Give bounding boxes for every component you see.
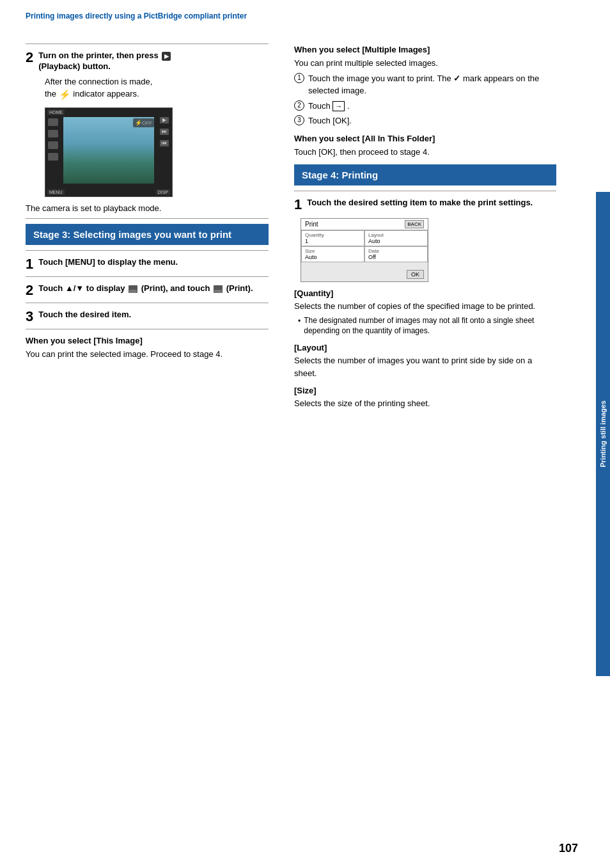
- step-num-2b: 2: [26, 283, 33, 297]
- multiple-item-3: 3 Touch [OK].: [294, 114, 556, 127]
- step-1-left-text: Touch [MENU] to display the menu.: [38, 257, 178, 268]
- step-3-text: Touch the desired item.: [38, 310, 131, 320]
- arrow-box-icon: →: [332, 101, 345, 111]
- multiple-item-1: 1 Touch the image you want to print. The…: [294, 72, 556, 97]
- print-icon-2: [214, 285, 223, 293]
- step-num-3: 3: [26, 310, 33, 324]
- print-icon-1: [129, 285, 137, 293]
- divider-step1: [26, 276, 269, 277]
- step-num-1-left: 1: [26, 257, 33, 271]
- camera-home-label: HOME: [47, 109, 65, 115]
- print-screen-back: BACK: [405, 220, 424, 228]
- camera-icon-4: [48, 153, 58, 161]
- step-num-2: 2: [26, 51, 33, 65]
- step-2-left: 2 Turn on the printer, then press ▶ (Pla…: [26, 51, 269, 72]
- step-2-text: Turn on the printer, then press ▶ (Playb…: [38, 51, 172, 72]
- circle-2: 2: [294, 100, 304, 111]
- camera-disp-label: DISP: [156, 189, 170, 195]
- step2-note: After the connection is made, the ⚡ indi…: [45, 76, 269, 101]
- print-cell-layout: Layout Auto: [364, 230, 428, 246]
- left-column: 2 Turn on the printer, then press ▶ (Pla…: [0, 0, 281, 868]
- camera-caption: The camera is set to playback mode.: [26, 203, 269, 213]
- print-cell-quantity: Quantity 1: [301, 230, 364, 246]
- print-cell-size: Size Auto: [301, 246, 364, 262]
- multiple-item-1-text: Touch the image you want to print. The ✓…: [308, 72, 556, 97]
- size-text: Selects the size of the printing sheet.: [294, 397, 556, 410]
- circle-1: 1: [294, 73, 304, 83]
- camera-arrow-back: ⏮: [160, 140, 169, 146]
- multiple-item-2: 2 Touch → .: [294, 100, 556, 113]
- when-folder-heading: When you select [All In This Folder]: [294, 134, 556, 143]
- camera-icon-3: [48, 141, 58, 149]
- camera-indicator-overlay: ⚡OFF: [133, 118, 154, 127]
- print-settings-screen: Print BACK Quantity 1 Layout Auto Size A…: [301, 218, 428, 282]
- step-3-left: 3 Touch the desired item.: [26, 310, 269, 324]
- when-multiple-heading: When you select [Multiple Images]: [294, 45, 556, 54]
- quantity-text: Selects the number of copies of the spec…: [294, 300, 556, 313]
- step-2b-left: 2 Touch ▲/▼ to display (Print), and touc…: [26, 283, 269, 297]
- size-heading: [Size]: [294, 386, 556, 395]
- step-num-1-right: 1: [294, 198, 302, 212]
- layout-text: Selects the number of images you want to…: [294, 354, 556, 379]
- check-mark-icon: ✓: [453, 74, 460, 83]
- divider-step3: [26, 329, 269, 329]
- print-screen-body: Quantity 1 Layout Auto Size Auto Date Of…: [301, 230, 428, 262]
- layout-heading: [Layout]: [294, 343, 556, 352]
- camera-icon-row: [48, 118, 58, 161]
- when-multiple-intro: You can print multiple selected images.: [294, 57, 556, 70]
- print-screen-ok: OK: [407, 270, 424, 279]
- camera-icon-2: [48, 130, 58, 138]
- playback-icon-inline: ▶: [162, 52, 171, 61]
- divider-top-left: [26, 43, 269, 44]
- multiple-item-3-text: Touch [OK].: [308, 114, 556, 127]
- quantity-heading: [Quantity]: [294, 288, 556, 298]
- indicator-symbol: ⚡: [59, 89, 71, 100]
- divider-stage4: [294, 191, 556, 191]
- step-2b-text: Touch ▲/▼ to display (Print), and touch …: [38, 283, 253, 294]
- side-tab-label: Printing still images: [599, 400, 607, 468]
- divider-step2b: [26, 303, 269, 303]
- divider-after-camera: [26, 218, 269, 219]
- multiple-item-2-text: Touch → .: [308, 100, 556, 113]
- quantity-bullet: • The designated number of images may no…: [298, 315, 556, 337]
- camera-arrow-fwd: ⏭: [160, 129, 169, 135]
- divider-stage3: [26, 250, 269, 251]
- circle-3: 3: [294, 115, 304, 125]
- page-number: 107: [559, 842, 578, 855]
- camera-icon-1: [48, 118, 58, 126]
- camera-arrow-play: ▶: [160, 117, 169, 123]
- when-folder-text: Touch [OK], then proceed to stage 4.: [294, 146, 556, 159]
- step-1-right: 1 Touch the desired setting item to make…: [294, 198, 556, 212]
- right-column: When you select [Multiple Images] You ca…: [281, 0, 582, 868]
- print-cell-date: Date Off: [364, 246, 428, 262]
- when-this-image-text: You can print the selected image. Procee…: [26, 348, 269, 361]
- stage4-header: Stage 4: Printing: [294, 164, 556, 185]
- camera-image: HOME MENU DISP ▶ ⏭ ⏮ ⚡OFF: [45, 107, 173, 197]
- side-tab: Printing still images: [596, 192, 610, 676]
- quantity-bullet-text: The designated number of images may not …: [304, 315, 556, 337]
- print-screen-header: Print BACK: [301, 219, 428, 230]
- print-screen-title: Print: [305, 221, 318, 228]
- camera-menu-label: MENU: [47, 189, 65, 195]
- camera-right-icons: ▶ ⏭ ⏮: [160, 117, 169, 146]
- step-1-left: 1 Touch [MENU] to display the menu.: [26, 257, 269, 271]
- stage3-header: Stage 3: Selecting images you want to pr…: [26, 224, 269, 245]
- when-this-image-heading: When you select [This Image]: [26, 336, 269, 345]
- bullet-dot-1: •: [298, 316, 301, 327]
- step-1-right-text: Touch the desired setting item to make t…: [307, 198, 533, 209]
